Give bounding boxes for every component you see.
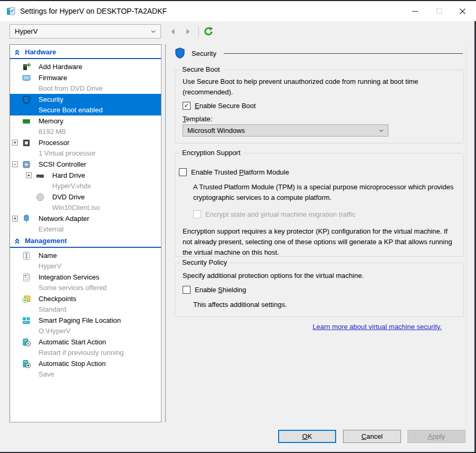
encryption-support-group: Encryption Support Enable Trusted Platfo… [175, 153, 464, 257]
cancel-button[interactable]: Cancel [343, 430, 401, 443]
learn-more-link[interactable]: Learn more about virtual machine securit… [312, 323, 442, 331]
item-label: Memory [39, 117, 63, 125]
checkbox-label: Enable Secure Boot [195, 102, 256, 110]
group-legend: Secure Boot [180, 65, 222, 73]
checkpoints-icon [22, 294, 31, 304]
item-subtitle: Standard [10, 304, 161, 315]
sidebar-item-network-adapter[interactable]: + Network Adapter [10, 213, 161, 224]
sidebar-item-dvd-drive[interactable]: DVD Drive [10, 191, 161, 203]
item-label: Name [39, 252, 57, 259]
minimize-button[interactable] [403, 1, 427, 21]
template-dropdown[interactable]: Microsoft Windows [183, 124, 388, 137]
checkbox-checked[interactable]: ✓ [183, 102, 191, 110]
section-label: Hardware [25, 48, 56, 56]
item-subtitle: External [10, 224, 161, 235]
enable-shielding-checkbox-row[interactable]: Enable Shielding [183, 285, 456, 294]
item-label: Processor [39, 139, 70, 147]
item-subtitle: 8192 MB [10, 127, 161, 137]
sidebar-item-memory[interactable]: Memory [10, 115, 161, 127]
navigation-tree: Hardware Add Hardware Firmware Boot from… [9, 44, 161, 422]
hyperv-settings-app-icon [6, 6, 16, 16]
chevron-down-icon [151, 30, 156, 33]
navigate-forward-button[interactable] [183, 26, 193, 37]
window-title: Settings for HyperV on DESKTOP-TA2ADKF [20, 7, 167, 15]
expander-icon[interactable]: − [12, 161, 18, 167]
refresh-button[interactable] [203, 26, 214, 37]
collapse-chevrons-icon [14, 238, 20, 244]
collapse-chevrons-icon [14, 50, 20, 55]
apply-button[interactable]: Apply [407, 430, 465, 443]
dvd-drive-icon [35, 192, 45, 202]
sidebar-item-scsi-controller[interactable]: − SCSI Controller [10, 159, 161, 170]
chevron-down-icon [379, 129, 384, 132]
sidebar-item-firmware[interactable]: Firmware [10, 72, 161, 83]
checkbox-unchecked[interactable] [179, 168, 187, 176]
item-subtitle: Save [10, 369, 161, 380]
panel-header: Security [175, 47, 463, 59]
enable-tpm-checkbox-row[interactable]: Enable Trusted Platform Module [179, 167, 456, 177]
header-rule [224, 53, 463, 54]
item-label: Automatic Stop Action [39, 360, 106, 368]
enable-secure-boot-checkbox-row[interactable]: ✓ Enable Secure Boot [183, 101, 456, 110]
sidebar-item-automatic-start-action[interactable]: Automatic Start Action [10, 336, 161, 348]
firmware-icon [22, 73, 31, 83]
automatic-stop-action-icon [22, 359, 31, 369]
sidebar-item-hard-drive[interactable]: + Hard Drive [10, 170, 161, 181]
encrypt-traffic-checkbox-row: Encrypt state and virtual machine migrat… [193, 209, 456, 219]
processor-icon [22, 138, 31, 148]
item-label: DVD Drive [52, 193, 84, 201]
vm-selector-value: HyperV [15, 27, 37, 35]
checkbox-disabled [193, 210, 201, 218]
sidebar-item-smart-paging-file-location[interactable]: Smart Paging File Location [10, 315, 161, 326]
toolbar-separator [198, 26, 199, 37]
learn-more-link-row: Learn more about virtual machine securit… [312, 323, 442, 331]
navigate-back-button[interactable] [168, 26, 178, 37]
checkbox-label: Enable Trusted Platform Module [191, 168, 289, 176]
sidebar-item-add-hardware[interactable]: Add Hardware [10, 61, 161, 72]
shielding-note: This affects additional settings. [193, 300, 456, 310]
item-label: Hard Drive [52, 171, 85, 179]
name-icon [22, 251, 31, 261]
settings-panel: Security Secure Boot Use Secure Boot to … [165, 44, 467, 422]
item-subtitle: Secure Boot enabled [10, 105, 161, 115]
secure-boot-description: Use Secure Boot to help prevent unauthor… [183, 76, 458, 98]
template-dropdown-value: Microsoft Windows [187, 127, 245, 134]
expander-icon[interactable]: + [12, 216, 18, 221]
ok-button[interactable]: OK [278, 430, 336, 443]
secure-boot-group: Secure Boot Use Secure Boot to help prev… [175, 70, 464, 143]
expander-icon[interactable]: + [12, 140, 18, 146]
security-policy-group: Security Policy Specify additional prote… [175, 263, 464, 317]
checkbox-unchecked[interactable] [183, 286, 191, 294]
sidebar-item-checkpoints[interactable]: Checkpoints [10, 293, 161, 304]
item-subtitle: Restart if previously running [10, 348, 161, 358]
integration-services-icon [22, 273, 31, 282]
expander-icon[interactable]: + [26, 172, 32, 178]
sidebar-item-name[interactable]: Name [10, 250, 161, 261]
automatic-start-action-icon [22, 338, 31, 347]
sidebar-item-security[interactable]: Security Secure Boot enabled [10, 94, 161, 115]
toolbar: HyperV [0, 21, 476, 44]
item-label: Integration Services [39, 273, 99, 281]
group-legend: Security Policy [180, 258, 229, 266]
minimize-icon [412, 11, 418, 12]
section-divider [10, 58, 161, 59]
sidebar-item-automatic-stop-action[interactable]: Automatic Stop Action [10, 358, 161, 369]
refresh-icon [204, 27, 213, 36]
item-label: Security [39, 95, 63, 103]
checkbox-label: Enable Shielding [195, 286, 246, 294]
sidebar-item-processor[interactable]: + Processor [10, 137, 161, 148]
sidebar-item-integration-services[interactable]: Integration Services [10, 272, 161, 283]
sidebar-section-management[interactable]: Management [10, 236, 161, 246]
title-bar: Settings for HyperV on DESKTOP-TA2ADKF [0, 1, 476, 21]
vm-selector-dropdown[interactable]: HyperV [9, 24, 161, 38]
item-label: SCSI Controller [39, 160, 86, 168]
item-label: Smart Paging File Location [39, 316, 121, 324]
item-subtitle: HyperV.vhdx [10, 181, 161, 191]
item-subtitle: O:\HyperV [10, 326, 161, 336]
item-subtitle: Win10Client.iso [10, 203, 161, 213]
network-adapter-icon [22, 214, 31, 224]
section-divider [10, 247, 161, 248]
item-subtitle: Some services offered [10, 283, 161, 293]
close-button[interactable] [451, 1, 474, 21]
sidebar-section-hardware[interactable]: Hardware [10, 47, 161, 57]
